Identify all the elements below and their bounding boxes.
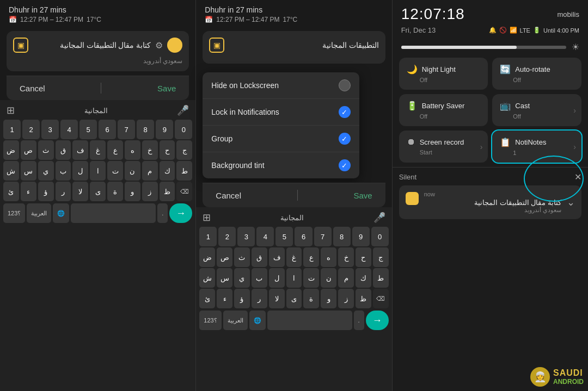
kb-m-alef[interactable]: ا xyxy=(286,268,302,288)
kb-m-4[interactable]: 4 xyxy=(256,227,274,246)
kb-m-dad[interactable]: ض xyxy=(199,247,215,267)
kb-key-ra[interactable]: ر xyxy=(56,182,71,201)
kb-m-mim[interactable]: م xyxy=(338,268,354,288)
kb-m-0[interactable]: 0 xyxy=(371,227,389,246)
kb-m-nun[interactable]: ن xyxy=(321,268,336,288)
kb-key-laa[interactable]: لا xyxy=(72,182,88,201)
lock-notif-check[interactable]: ✓ xyxy=(339,106,351,118)
kb-key-lang-left[interactable]: العربية xyxy=(27,203,51,223)
kb-key-lam[interactable]: ل xyxy=(72,161,88,181)
kb-key-za[interactable]: ز xyxy=(142,182,158,201)
kb-m-ayn[interactable]: ع xyxy=(303,247,319,267)
kb-m-3[interactable]: 3 xyxy=(237,227,255,246)
kb-key-9[interactable]: 9 xyxy=(156,120,173,139)
kb-m-haa[interactable]: ح xyxy=(356,247,371,267)
kb-m-fa[interactable]: ف xyxy=(269,247,285,267)
kb-key-7[interactable]: 7 xyxy=(118,120,135,139)
kb-m-8[interactable]: 8 xyxy=(333,227,351,246)
kb-m-zha[interactable]: ظ xyxy=(356,289,371,308)
kb-key-sad[interactable]: ص xyxy=(21,140,36,160)
kb-m-sad[interactable]: ص xyxy=(217,247,232,267)
kb-key-ha[interactable]: ه xyxy=(125,140,140,160)
kb-key-qaf[interactable]: ق xyxy=(56,140,71,160)
kb-key-backspace-left[interactable]: ⌫ xyxy=(176,182,192,201)
kb-m-ra[interactable]: ر xyxy=(252,289,267,308)
context-item-lock[interactable]: Lock in Notifications ✓ xyxy=(203,99,359,126)
apps-icon-left[interactable]: ⊞ xyxy=(7,104,15,116)
kb-key-waw[interactable]: و xyxy=(125,182,140,201)
kb-key-globe-left[interactable]: 🌐 xyxy=(53,203,69,223)
kb-m-ta3[interactable]: ة xyxy=(303,289,319,308)
kb-m-jeem[interactable]: ج xyxy=(373,247,389,267)
kb-spacebar-mid[interactable] xyxy=(267,311,352,330)
kb-m-1[interactable]: 1 xyxy=(199,227,217,246)
kb-m-sym[interactable]: ؟123 xyxy=(199,311,221,330)
kb-key-dot-left[interactable]: . xyxy=(157,203,168,223)
kb-key-zha[interactable]: ظ xyxy=(160,182,175,201)
save-button-left[interactable]: Save xyxy=(157,84,176,93)
kb-key-ta[interactable]: ت xyxy=(107,161,123,181)
context-item-hide[interactable]: Hide on Lockscreen xyxy=(203,72,359,99)
kb-m-laa[interactable]: لا xyxy=(269,289,285,308)
kb-m-7[interactable]: 7 xyxy=(314,227,332,246)
kb-m-hamza[interactable]: ء xyxy=(217,289,232,308)
tile-notinotes[interactable]: 📋 NotiNotes 1 › xyxy=(492,131,581,163)
kb-key-jeem[interactable]: ج xyxy=(176,140,192,160)
kb-key-ghayn[interactable]: غ xyxy=(90,140,106,160)
kb-key-alef2[interactable]: ى xyxy=(90,182,106,201)
kb-key-ayn[interactable]: ع xyxy=(107,140,123,160)
tile-cast[interactable]: 📺 Cast Off › xyxy=(492,94,581,126)
context-item-bg-tint[interactable]: Background tint ✓ xyxy=(203,152,359,178)
gear-icon-left[interactable]: ⚙ xyxy=(155,40,163,51)
notification-card[interactable]: now كتابة مقال التطبيقات المجانية سعودي … xyxy=(399,185,581,219)
kb-key-ta2[interactable]: ط xyxy=(176,161,192,181)
kb-m-lang[interactable]: العربية xyxy=(223,311,248,330)
group-check[interactable]: ✓ xyxy=(339,133,351,145)
kb-m-ta[interactable]: ت xyxy=(303,268,319,288)
tile-night-light[interactable]: 🌙 Night Light Off xyxy=(399,58,488,90)
kb-m-ya2[interactable]: ئ xyxy=(199,289,215,308)
brightness-icon[interactable]: ☀ xyxy=(572,42,579,52)
kb-key-3[interactable]: 3 xyxy=(41,120,59,139)
close-icon[interactable]: ✕ xyxy=(574,172,581,182)
kb-m-ya[interactable]: ي xyxy=(234,268,250,288)
context-item-group[interactable]: Group ✓ xyxy=(203,126,359,152)
kb-key-ya2[interactable]: ئ xyxy=(3,182,19,201)
tile-battery-saver[interactable]: 🔋 Battery Saver Off xyxy=(399,94,488,126)
kb-key-sin[interactable]: س xyxy=(21,161,36,181)
kb-key-6[interactable]: 6 xyxy=(99,120,116,139)
kb-m-qaf[interactable]: ق xyxy=(252,247,267,267)
kb-m-5[interactable]: 5 xyxy=(275,227,293,246)
kb-m-tha[interactable]: ث xyxy=(234,247,250,267)
kb-key-tha[interactable]: ث xyxy=(38,140,54,160)
kb-key-mim[interactable]: م xyxy=(142,161,158,181)
cancel-button-left[interactable]: Cancel xyxy=(20,84,45,93)
kb-key-dad[interactable]: ض xyxy=(3,140,19,160)
kb-m-sin[interactable]: س xyxy=(217,268,232,288)
kb-m-waw[interactable]: و xyxy=(321,289,336,308)
expand-icon[interactable]: ⌄ xyxy=(567,196,575,208)
kb-key-4[interactable]: 4 xyxy=(60,120,78,139)
kb-m-waw2[interactable]: ؤ xyxy=(234,289,250,308)
cancel-button-mid[interactable]: Cancel xyxy=(216,191,241,200)
kb-spacebar-left[interactable] xyxy=(71,203,156,223)
kb-m-backspace[interactable]: ⌫ xyxy=(373,289,389,308)
mic-icon-left[interactable]: 🎤 xyxy=(177,104,189,116)
mic-icon-mid[interactable]: 🎤 xyxy=(373,212,385,224)
kb-m-lam[interactable]: ل xyxy=(269,268,285,288)
brightness-slider[interactable] xyxy=(401,46,566,49)
kb-m-globe[interactable]: 🌐 xyxy=(249,311,266,330)
kb-m-za[interactable]: ز xyxy=(338,289,354,308)
kb-key-sym-left[interactable]: 123؟ xyxy=(3,203,25,223)
kb-m-9[interactable]: 9 xyxy=(352,227,370,246)
kb-key-ta3[interactable]: ة xyxy=(107,182,123,201)
tile-screen-record[interactable]: ⏺ Screen record Start › xyxy=(399,131,488,163)
kb-m-gha[interactable]: غ xyxy=(286,247,302,267)
kb-m-shin[interactable]: ش xyxy=(199,268,215,288)
kb-m-dot[interactable]: . xyxy=(354,311,364,330)
kb-key-kha[interactable]: خ xyxy=(142,140,158,160)
kb-m-ba[interactable]: ب xyxy=(252,268,267,288)
bg-tint-check[interactable]: ✓ xyxy=(339,159,351,171)
kb-key-ba[interactable]: ب xyxy=(56,161,71,181)
kb-key-nun[interactable]: ن xyxy=(125,161,140,181)
